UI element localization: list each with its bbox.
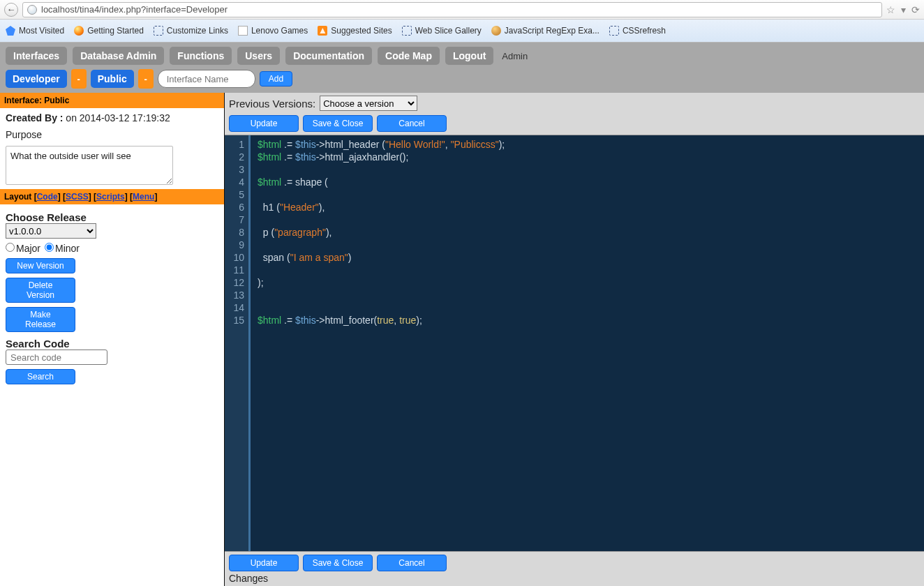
major-radio-label[interactable]: Major bbox=[6, 243, 40, 254]
save-close-button-bottom[interactable]: Save & Close bbox=[303, 555, 373, 571]
bookmark-item[interactable]: Lenovo Games bbox=[238, 26, 308, 36]
url-dropdown-icon[interactable]: ▾ bbox=[901, 4, 906, 15]
new-version-button[interactable]: New Version bbox=[6, 258, 75, 273]
bookmark-icon bbox=[6, 26, 15, 36]
bookmark-item[interactable]: Web Slice Gallery bbox=[402, 26, 482, 36]
bookmark-icon bbox=[402, 26, 412, 36]
bookmark-star-icon[interactable]: ☆ bbox=[886, 4, 895, 15]
add-interface-button[interactable]: Add bbox=[260, 71, 292, 87]
release-select[interactable]: v1.0.0.0 bbox=[6, 223, 96, 239]
nav-users[interactable]: Users bbox=[237, 47, 280, 65]
app-nav: InterfacesDatabase AdminFunctionsUsersDo… bbox=[0, 43, 924, 93]
bookmark-label: Most Visited bbox=[19, 26, 64, 36]
bookmark-label: Customize Links bbox=[167, 26, 228, 36]
editor-panel: Previous Versions: Choose a version Upda… bbox=[225, 93, 924, 586]
interface-title-bar: Interface: Public bbox=[0, 93, 224, 108]
nav-code-map[interactable]: Code Map bbox=[378, 47, 440, 65]
update-button-top[interactable]: Update bbox=[229, 115, 299, 132]
bookmark-icon bbox=[491, 26, 501, 36]
bookmark-label: CSSrefresh bbox=[623, 26, 666, 36]
previous-version-select[interactable]: Choose a version bbox=[320, 96, 417, 111]
bookmark-icon bbox=[238, 26, 248, 36]
tab-public[interactable]: Public bbox=[91, 70, 134, 88]
nav-functions[interactable]: Functions bbox=[170, 47, 232, 65]
make-release-button[interactable]: Make Release bbox=[6, 307, 75, 332]
code-editor[interactable]: 123456789101112131415 $html .= $this->ht… bbox=[225, 135, 924, 551]
minor-radio-label[interactable]: Minor bbox=[45, 243, 80, 254]
update-button-bottom[interactable]: Update bbox=[229, 555, 299, 571]
back-button[interactable]: ← bbox=[4, 3, 18, 17]
bookmark-item[interactable]: CSSrefresh bbox=[609, 26, 666, 36]
nav-documentation[interactable]: Documentation bbox=[285, 47, 372, 65]
purpose-label: Purpose bbox=[6, 129, 218, 140]
tab-developer[interactable]: Developer bbox=[6, 70, 67, 88]
code-area[interactable]: $html .= $this->html_header ("Hello Worl… bbox=[248, 135, 924, 551]
purpose-textarea[interactable]: What the outside user will see bbox=[6, 146, 173, 185]
sidebar: Interface: Public Created By : on 2014-0… bbox=[0, 93, 225, 586]
search-button[interactable]: Search bbox=[6, 369, 75, 384]
bookmark-item[interactable]: Most Visited bbox=[6, 26, 64, 36]
public-remove-button[interactable]: - bbox=[138, 69, 154, 89]
previous-versions-label: Previous Versions: bbox=[229, 98, 315, 110]
search-code-input[interactable] bbox=[6, 350, 107, 365]
globe-icon bbox=[27, 5, 37, 15]
bookmark-label: Web Slice Gallery bbox=[415, 26, 482, 36]
browser-chrome: ← localhost/tina4/index.php?interface=De… bbox=[0, 0, 924, 43]
bookmark-item[interactable]: Getting Started bbox=[74, 26, 144, 36]
nav-database-admin[interactable]: Database Admin bbox=[73, 47, 164, 65]
back-arrow-icon: ← bbox=[7, 4, 16, 15]
delete-version-button[interactable]: Delete Version bbox=[6, 278, 75, 303]
reload-icon[interactable]: ⟳ bbox=[911, 4, 920, 15]
save-close-button-top[interactable]: Save & Close bbox=[303, 115, 373, 132]
line-gutter: 123456789101112131415 bbox=[225, 135, 248, 551]
bookmark-item[interactable]: Customize Links bbox=[154, 26, 228, 36]
created-by-label: Created By : bbox=[6, 112, 63, 123]
changes-label: Changes bbox=[229, 571, 920, 584]
cancel-button-bottom[interactable]: Cancel bbox=[377, 555, 447, 571]
bookmark-icon bbox=[318, 26, 327, 36]
url-input[interactable]: localhost/tina4/index.php?interface=Deve… bbox=[22, 2, 882, 17]
bookmark-item[interactable]: Suggested Sites bbox=[318, 26, 392, 36]
developer-remove-button[interactable]: - bbox=[71, 69, 87, 89]
admin-label: Admin bbox=[502, 51, 528, 61]
created-by-value: on 2014-03-12 17:19:32 bbox=[63, 112, 170, 123]
bookmarks-bar: Most VisitedGetting StartedCustomize Lin… bbox=[0, 20, 924, 42]
bookmark-label: Suggested Sites bbox=[331, 26, 392, 36]
search-code-label: Search Code bbox=[6, 338, 218, 350]
workspace: Interface: Public Created By : on 2014-0… bbox=[0, 93, 924, 586]
cancel-button-top[interactable]: Cancel bbox=[377, 115, 447, 132]
editor-top-toolbar: Previous Versions: Choose a version Upda… bbox=[225, 93, 924, 135]
url-bar: ← localhost/tina4/index.php?interface=De… bbox=[0, 0, 924, 20]
editor-bottom-toolbar: Update Save & Close Cancel Changes bbox=[225, 551, 924, 586]
minor-radio[interactable] bbox=[45, 243, 54, 252]
choose-release-label: Choose Release bbox=[6, 211, 218, 223]
layout-links-bar: Layout [Code] [SCSS] [Scripts] [Menu] bbox=[0, 189, 224, 204]
bookmark-icon bbox=[609, 26, 619, 36]
bookmark-icon bbox=[74, 26, 84, 36]
layout-link-code[interactable]: Code bbox=[37, 192, 58, 202]
major-radio[interactable] bbox=[6, 243, 15, 252]
interface-name-input[interactable] bbox=[158, 70, 255, 88]
bookmark-item[interactable]: JavaScript RegExp Exa... bbox=[491, 26, 599, 36]
layout-link-menu[interactable]: Menu bbox=[133, 192, 154, 202]
layout-link-scss[interactable]: SCSS bbox=[66, 192, 89, 202]
nav-logout[interactable]: Logout bbox=[445, 47, 493, 65]
bookmark-icon bbox=[154, 26, 163, 36]
bookmark-label: JavaScript RegExp Exa... bbox=[505, 26, 599, 36]
bookmark-label: Lenovo Games bbox=[251, 26, 308, 36]
layout-link-scripts[interactable]: Scripts bbox=[96, 192, 125, 202]
created-by: Created By : on 2014-03-12 17:19:32 bbox=[6, 112, 218, 123]
nav-interfaces[interactable]: Interfaces bbox=[6, 47, 67, 65]
bookmark-label: Getting Started bbox=[87, 26, 144, 36]
url-text: localhost/tina4/index.php?interface=Deve… bbox=[41, 4, 228, 15]
